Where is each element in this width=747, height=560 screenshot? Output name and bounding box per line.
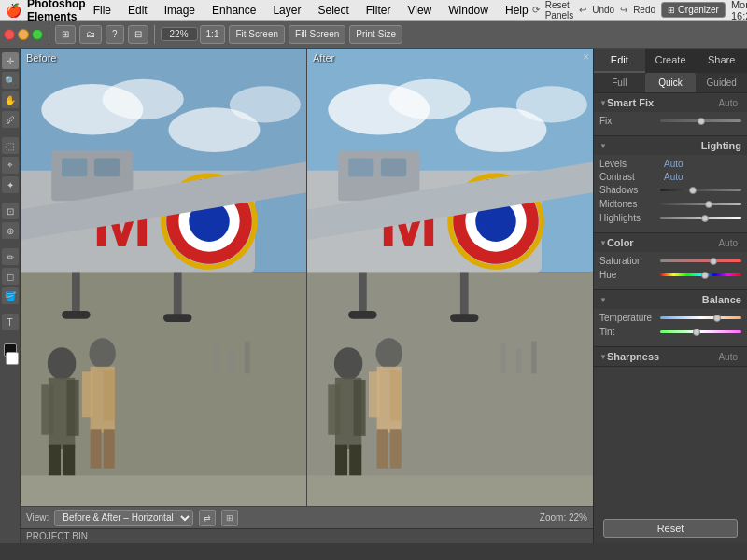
- tab-full[interactable]: Full: [594, 73, 645, 92]
- hue-slider[interactable]: [660, 273, 741, 276]
- menu-image[interactable]: Image: [161, 4, 199, 17]
- sharpness-header[interactable]: ▼ Sharpness Auto: [594, 347, 747, 366]
- menu-view[interactable]: View: [403, 4, 435, 17]
- swap-view-btn[interactable]: ⇄: [199, 510, 216, 526]
- magic-wand-tool[interactable]: ✦: [2, 176, 19, 193]
- svg-rect-52: [359, 273, 367, 314]
- smart-fix-auto[interactable]: Auto: [718, 98, 738, 108]
- tab-edit[interactable]: Edit: [594, 49, 645, 73]
- menu-select[interactable]: Select: [314, 4, 352, 17]
- undo-btn[interactable]: ↩: [579, 5, 586, 15]
- redo-label[interactable]: Redo: [633, 5, 655, 15]
- close-after-btn[interactable]: ×: [583, 50, 589, 63]
- menu-enhance[interactable]: Enhance: [208, 4, 260, 17]
- midtones-slider[interactable]: [660, 203, 741, 205]
- contrast-label: Contrast: [599, 172, 660, 182]
- menu-file[interactable]: File: [90, 4, 115, 17]
- app-name: Photoshop Elements: [27, 0, 86, 23]
- help-btn[interactable]: ?: [106, 25, 124, 44]
- type-tool[interactable]: T: [2, 314, 19, 330]
- menubar-right: ⟳ Reset Panels ↩ Undo ↪ Redo ⊞ Organizer…: [532, 0, 747, 21]
- sharpness-triangle: ▼: [599, 353, 607, 361]
- reset-panels-btn[interactable]: ⟳: [532, 5, 540, 15]
- selection-tool[interactable]: ⬚: [2, 137, 19, 154]
- apple-menu-icon[interactable]: 🍎: [6, 3, 21, 18]
- lighting-header[interactable]: ▼ Lighting: [594, 136, 747, 155]
- reset-panels-label[interactable]: Reset Panels: [545, 0, 574, 21]
- temperature-slider[interactable]: [660, 316, 741, 319]
- zoom-value[interactable]: 22%: [161, 27, 198, 41]
- svg-rect-45: [381, 159, 406, 177]
- tab-quick[interactable]: Quick: [645, 73, 697, 92]
- sharpness-auto[interactable]: Auto: [718, 352, 738, 362]
- project-bin: PROJECT BIN: [21, 528, 593, 543]
- more-btn[interactable]: ⊟: [128, 25, 148, 44]
- grid-view-btn[interactable]: ⊞: [55, 25, 76, 44]
- menu-layer[interactable]: Layer: [269, 4, 304, 17]
- undo-label[interactable]: Undo: [592, 5, 614, 15]
- svg-point-3: [103, 79, 184, 120]
- shadows-slider[interactable]: [660, 189, 741, 191]
- fill-screen-btn[interactable]: Fill Screen: [289, 25, 345, 44]
- eyedropper-tool[interactable]: 🖊: [2, 111, 19, 128]
- svg-rect-68: [307, 475, 593, 506]
- svg-rect-59: [354, 380, 366, 436]
- highlights-slider[interactable]: [660, 217, 741, 219]
- saturation-slider[interactable]: [660, 259, 741, 262]
- eraser-tool[interactable]: ◻: [2, 268, 19, 285]
- main-area: ✛ 🔍 ✋ 🖊 ⬚ ⌖ ✦ ⊡ ⊕ ✏ ◻ 🪣 T Before: [0, 49, 747, 543]
- menu-filter[interactable]: Filter: [362, 4, 395, 17]
- tint-slider[interactable]: [660, 330, 741, 333]
- svg-rect-22: [41, 384, 53, 434]
- photos-container: Before: [21, 49, 593, 506]
- menu-help[interactable]: Help: [501, 4, 532, 17]
- contrast-auto[interactable]: Auto: [664, 172, 684, 182]
- tab-create[interactable]: Create: [645, 49, 697, 73]
- redo-btn[interactable]: ↪: [620, 5, 627, 15]
- fit-screen-btn[interactable]: Fit Screen: [229, 25, 285, 44]
- color-header[interactable]: ▼ Color Auto: [594, 233, 747, 252]
- time-display: Mon 16:28: [731, 0, 747, 21]
- tab-share[interactable]: Share: [696, 49, 747, 73]
- maximize-btn[interactable]: [32, 29, 43, 40]
- brush-tool[interactable]: ✏: [2, 248, 19, 265]
- rotate-view-btn[interactable]: ⊞: [221, 510, 238, 526]
- print-size-btn[interactable]: Print Size: [349, 25, 402, 44]
- organizer-icon-btn[interactable]: 🗂: [79, 25, 102, 44]
- hue-label: Hue: [599, 270, 660, 280]
- menu-items: File Edit Image Enhance Layer Select Fil…: [90, 4, 532, 17]
- svg-rect-53: [348, 311, 376, 319]
- smart-fix-header[interactable]: ▼ Smart Fix Auto: [594, 93, 747, 112]
- paint-bucket-tool[interactable]: 🪣: [2, 287, 19, 304]
- fix-label: Fix: [599, 116, 660, 126]
- zoom-tool[interactable]: 🔍: [2, 72, 19, 89]
- hand-tool[interactable]: ✋: [2, 91, 19, 108]
- balance-header[interactable]: ▼ Balance: [594, 290, 747, 309]
- view-selector[interactable]: Before & After – Horizontal Before Only …: [54, 510, 193, 526]
- svg-point-26: [90, 338, 116, 369]
- color-auto[interactable]: Auto: [718, 238, 738, 248]
- levels-auto[interactable]: Auto: [664, 159, 684, 169]
- menu-bar: 🍎 Photoshop Elements File Edit Image Enh…: [0, 0, 747, 21]
- organizer-btn[interactable]: ⊞ Organizer: [661, 2, 726, 18]
- smart-fix-section: ▼ Smart Fix Auto Fix: [594, 93, 747, 136]
- minimize-btn[interactable]: [18, 29, 29, 40]
- crop-tool[interactable]: ⊡: [2, 203, 19, 219]
- grid-icon: ⊞: [668, 6, 675, 15]
- svg-point-41: [516, 86, 587, 122]
- menu-edit[interactable]: Edit: [124, 4, 151, 17]
- tab-guided[interactable]: Guided: [696, 73, 747, 92]
- background-color[interactable]: [6, 352, 19, 365]
- lasso-tool[interactable]: ⌖: [2, 157, 19, 174]
- svg-point-56: [334, 347, 362, 380]
- reset-button[interactable]: Reset: [603, 519, 738, 538]
- menu-window[interactable]: Window: [444, 4, 492, 17]
- balance-title: Balance: [702, 294, 741, 305]
- close-btn[interactable]: [4, 29, 15, 40]
- fix-slider[interactable]: [660, 119, 741, 122]
- heal-tool[interactable]: ⊕: [2, 222, 19, 239]
- midtones-label: Midtones: [599, 199, 660, 209]
- temperature-slider-row: Temperature: [599, 313, 741, 323]
- move-tool[interactable]: ✛: [2, 52, 19, 69]
- zoom-ratio-btn[interactable]: 1:1: [200, 25, 226, 44]
